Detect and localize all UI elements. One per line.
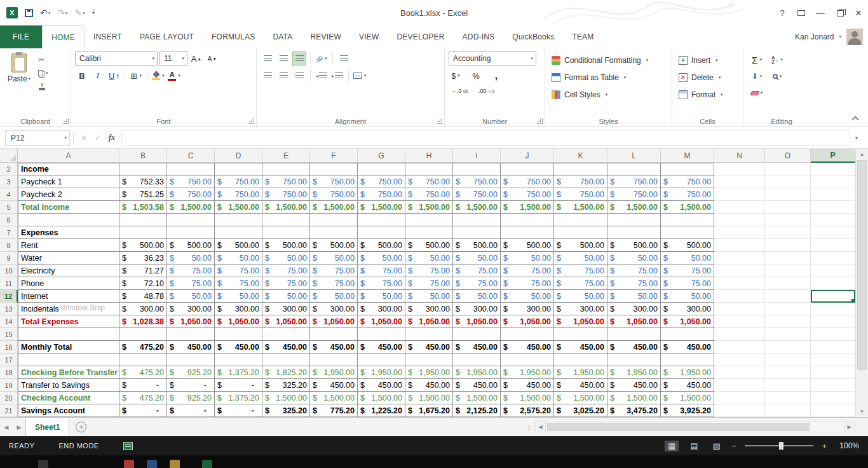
cell-N6[interactable] [714, 214, 765, 226]
cell-F14[interactable]: $1,050.00 [310, 315, 358, 328]
zoom-slider[interactable] [745, 445, 813, 446]
cell-M9[interactable]: $50.00 [661, 252, 714, 265]
cell-P8[interactable] [811, 239, 855, 252]
name-box[interactable]: P12▾ [5, 130, 70, 146]
active-cell-P12[interactable] [811, 290, 855, 303]
cell-C14[interactable]: $1,050.00 [167, 315, 215, 328]
cell-G2[interactable] [358, 163, 405, 176]
cell-P16[interactable] [811, 341, 855, 354]
cell-O19[interactable] [765, 379, 811, 392]
cell-O18[interactable] [765, 366, 811, 379]
cell-H4[interactable]: $750.00 [405, 188, 453, 201]
cell-G3[interactable]: $750.00 [358, 176, 405, 188]
cell-G8[interactable]: $500.00 [358, 239, 405, 252]
cell-B9[interactable]: $36.23 [119, 252, 167, 265]
vertical-scrollbar[interactable]: ▲ ▼ [855, 149, 868, 417]
cell-E16[interactable]: $450.00 [262, 341, 310, 354]
cell-J9[interactable]: $50.00 [501, 252, 554, 265]
cell-B15[interactable] [119, 328, 167, 341]
user-avatar[interactable] [846, 29, 863, 45]
cell-I4[interactable]: $750.00 [453, 188, 501, 201]
cell-K17[interactable] [554, 354, 607, 366]
cell-B11[interactable]: $72.10 [119, 277, 167, 290]
cell-E15[interactable] [262, 328, 310, 341]
ribbon-tab-team[interactable]: TEAM [563, 25, 602, 48]
taskbar-app-icon[interactable] [147, 460, 157, 468]
cell-G18[interactable]: $1,950.00 [358, 366, 405, 379]
cell-A16[interactable]: Monthly Total [18, 341, 119, 354]
cell-P11[interactable] [811, 277, 855, 290]
cell-K4[interactable]: $750.00 [554, 188, 607, 201]
cell-M8[interactable]: $500.00 [661, 239, 714, 252]
cell-K6[interactable] [554, 214, 607, 226]
row-header-8[interactable]: 8 [0, 239, 18, 252]
cell-K11[interactable]: $75.00 [554, 277, 607, 290]
column-header-H[interactable]: H [405, 149, 453, 163]
row-header-15[interactable]: 15 [0, 328, 18, 341]
cell-K18[interactable]: $1,950.00 [554, 366, 607, 379]
align-center-button[interactable] [276, 69, 290, 83]
cell-E11[interactable]: $75.00 [262, 277, 310, 290]
cell-P6[interactable] [811, 214, 855, 226]
cell-A14[interactable]: Total Expenses [18, 315, 119, 328]
cell-M14[interactable]: $1,050.00 [661, 315, 714, 328]
cell-L16[interactable]: $450.00 [607, 341, 661, 354]
collapse-ribbon-button[interactable] [851, 116, 858, 123]
cell-E18[interactable]: $1,825.20 [262, 366, 310, 379]
cell-F7[interactable] [310, 226, 358, 239]
cell-L5[interactable]: $1,500.00 [607, 201, 661, 214]
cell-A7[interactable]: Expenses [18, 226, 119, 239]
cell-P14[interactable] [811, 315, 855, 328]
cell-O7[interactable] [765, 226, 811, 239]
row-header-16[interactable]: 16 [0, 341, 18, 354]
insert-function-button[interactable]: fx [105, 130, 119, 146]
cell-L15[interactable] [607, 328, 661, 341]
cell-M17[interactable] [661, 354, 714, 366]
cell-D19[interactable]: $- [215, 379, 262, 392]
cell-B3[interactable]: $752.33 [119, 176, 167, 188]
font-size-select[interactable]: 11▾ [159, 52, 187, 65]
column-header-K[interactable]: K [554, 149, 607, 163]
cell-D6[interactable] [215, 214, 262, 226]
cell-E5[interactable]: $1,500.00 [262, 201, 310, 214]
cell-E6[interactable] [262, 214, 310, 226]
cell-N21[interactable] [714, 404, 765, 417]
cell-M12[interactable]: $50.00 [661, 290, 714, 303]
cell-L2[interactable] [607, 163, 661, 176]
cell-K7[interactable] [554, 226, 607, 239]
cell-K3[interactable]: $750.00 [554, 176, 607, 188]
cell-H18[interactable]: $1,950.00 [405, 366, 453, 379]
cell-E19[interactable]: $325.20 [262, 379, 310, 392]
column-header-O[interactable]: O [765, 149, 811, 163]
format-cells-button[interactable]: Format ▾ [676, 86, 739, 103]
column-header-C[interactable]: C [167, 149, 215, 163]
cell-I6[interactable] [453, 214, 501, 226]
ribbon-tab-file[interactable]: FILE [0, 25, 42, 48]
cell-N17[interactable] [714, 354, 765, 366]
undo-button[interactable]: ↶▾ [40, 8, 50, 17]
cell-E10[interactable]: $75.00 [262, 265, 310, 277]
cell-H17[interactable] [405, 354, 453, 366]
cell-K12[interactable]: $50.00 [554, 290, 607, 303]
cell-G17[interactable] [358, 354, 405, 366]
cell-G12[interactable]: $50.00 [358, 290, 405, 303]
cell-D3[interactable]: $750.00 [215, 176, 262, 188]
cell-C13[interactable]: $300.00 [167, 303, 215, 315]
cell-N9[interactable] [714, 252, 765, 265]
page-break-view-button[interactable]: ▧ [710, 441, 724, 451]
cell-M2[interactable] [661, 163, 714, 176]
cell-J6[interactable] [501, 214, 554, 226]
accounting-format-button[interactable]: $▾ [449, 69, 463, 83]
cell-N11[interactable] [714, 277, 765, 290]
cell-A20[interactable]: Checking Account [18, 392, 119, 404]
column-header-E[interactable]: E [262, 149, 310, 163]
cell-J4[interactable]: $750.00 [501, 188, 554, 201]
cell-J20[interactable]: $1,500.00 [501, 392, 554, 404]
cell-O12[interactable] [765, 290, 811, 303]
column-header-M[interactable]: M [661, 149, 714, 163]
cell-M5[interactable]: $1,500.00 [661, 201, 714, 214]
cell-H19[interactable]: $450.00 [405, 379, 453, 392]
cell-B14[interactable]: $1,028.38 [119, 315, 167, 328]
copy-button[interactable]: ▾ [38, 67, 48, 79]
cell-A4[interactable]: Paycheck 2 [18, 188, 119, 201]
